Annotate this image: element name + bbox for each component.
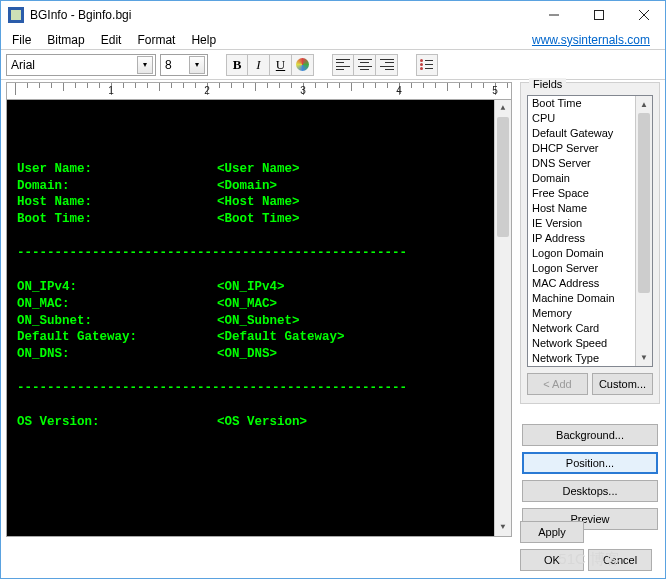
app-icon — [8, 7, 24, 23]
editor-row: Default Gateway:<Default Gateway> — [17, 329, 501, 346]
italic-button[interactable]: I — [248, 54, 270, 76]
fields-list-item[interactable]: Boot Time — [530, 96, 650, 111]
font-select-value: Arial — [11, 58, 35, 72]
fields-list-item[interactable]: Domain — [530, 171, 650, 186]
fields-list-item[interactable]: DNS Server — [530, 156, 650, 171]
field-label: Boot Time: — [17, 211, 217, 228]
align-left-icon — [336, 59, 350, 71]
minimize-button[interactable] — [531, 0, 576, 30]
editor-row: Host Name:<Host Name> — [17, 194, 501, 211]
custom-button[interactable]: Custom... — [592, 373, 653, 395]
side-buttons: Background... Position... Desktops... Pr… — [520, 418, 660, 530]
background-button[interactable]: Background... — [522, 424, 658, 446]
fields-list-item[interactable]: Machine Domain — [530, 291, 650, 306]
field-label: ON_Subnet: — [17, 313, 217, 330]
font-select[interactable]: Arial ▾ — [6, 54, 156, 76]
field-value: <ON_MAC> — [217, 296, 277, 313]
menu-bitmap[interactable]: Bitmap — [39, 31, 92, 49]
menu-format[interactable]: Format — [129, 31, 183, 49]
fields-list-item[interactable]: DHCP Server — [530, 141, 650, 156]
close-button[interactable] — [621, 0, 666, 30]
field-value: <OS Version> — [217, 414, 307, 431]
scroll-up-icon[interactable]: ▲ — [495, 100, 511, 117]
add-button[interactable]: < Add — [527, 373, 588, 395]
bullets-button[interactable] — [416, 54, 438, 76]
bold-button[interactable]: B — [226, 54, 248, 76]
scroll-down-icon[interactable]: ▼ — [636, 349, 652, 366]
editor-row: Boot Time:<Boot Time> — [17, 211, 501, 228]
fields-list-item[interactable]: Network Card — [530, 321, 650, 336]
fields-title: Fields — [529, 78, 566, 90]
palette-icon — [296, 58, 309, 71]
scroll-thumb[interactable] — [638, 113, 650, 293]
font-size-value: 8 — [165, 58, 172, 72]
editor-row: User Name:<User Name> — [17, 161, 501, 178]
field-label: Domain: — [17, 178, 217, 195]
editor-pane: 12345 User Name:<User Name>Domain:<Domai… — [6, 82, 512, 537]
divider-line: ----------------------------------------… — [17, 380, 501, 397]
field-value: <ON_Subnet> — [217, 313, 300, 330]
bullets-icon — [420, 59, 434, 71]
scroll-down-icon[interactable]: ▼ — [495, 519, 511, 536]
field-label: ON_DNS: — [17, 346, 217, 363]
apply-button[interactable]: Apply — [520, 521, 584, 543]
fields-list-item[interactable]: MAC Address — [530, 276, 650, 291]
sysinternals-link[interactable]: www.sysinternals.com — [532, 33, 662, 47]
fields-list-item[interactable]: Logon Server — [530, 261, 650, 276]
align-right-button[interactable] — [376, 54, 398, 76]
chevron-down-icon[interactable]: ▾ — [189, 56, 205, 74]
fields-list-item[interactable]: Network Speed — [530, 336, 650, 351]
editor-scrollbar[interactable]: ▲ ▼ — [494, 100, 511, 536]
position-button[interactable]: Position... — [522, 452, 658, 474]
desktops-button[interactable]: Desktops... — [522, 480, 658, 502]
font-size-select[interactable]: 8 ▾ — [160, 54, 208, 76]
horizontal-ruler: 12345 — [6, 82, 512, 100]
fields-list-item[interactable]: CPU — [530, 111, 650, 126]
fields-list-item[interactable]: Default Gateway — [530, 126, 650, 141]
menu-help[interactable]: Help — [183, 31, 224, 49]
title-bar: BGInfo - Bginfo.bgi — [0, 0, 666, 30]
field-value: <Domain> — [217, 178, 277, 195]
window-title: BGInfo - Bginfo.bgi — [30, 8, 131, 22]
editor-row: ON_DNS:<ON_DNS> — [17, 346, 501, 363]
field-value: <Host Name> — [217, 194, 300, 211]
fields-list-item[interactable]: IE Version — [530, 216, 650, 231]
editor-row: OS Version:<OS Version> — [17, 414, 501, 431]
fields-list-item[interactable]: Logon Domain — [530, 246, 650, 261]
chevron-down-icon[interactable]: ▾ — [137, 56, 153, 74]
menu-file[interactable]: File — [4, 31, 39, 49]
fields-list-item[interactable]: Free Space — [530, 186, 650, 201]
svg-rect-1 — [594, 10, 603, 19]
align-right-icon — [380, 59, 394, 71]
cancel-button[interactable]: Cancel — [588, 549, 652, 571]
field-label: Default Gateway: — [17, 329, 217, 346]
align-center-button[interactable] — [354, 54, 376, 76]
editor-row: Domain:<Domain> — [17, 178, 501, 195]
fields-listbox[interactable]: Boot TimeCPUDefault GatewayDHCP ServerDN… — [527, 95, 653, 367]
underline-button[interactable]: U — [270, 54, 292, 76]
fields-scrollbar[interactable]: ▲ ▼ — [635, 96, 652, 366]
main-area: 12345 User Name:<User Name>Domain:<Domai… — [6, 82, 660, 537]
scroll-thumb[interactable] — [497, 117, 509, 237]
ok-button[interactable]: OK — [520, 549, 584, 571]
field-label: Host Name: — [17, 194, 217, 211]
divider-line: ----------------------------------------… — [17, 245, 501, 262]
fields-list-item[interactable]: Host Name — [530, 201, 650, 216]
fields-list-item[interactable]: Memory — [530, 306, 650, 321]
template-editor[interactable]: User Name:<User Name>Domain:<Domain>Host… — [6, 100, 512, 537]
side-panel: Fields Boot TimeCPUDefault GatewayDHCP S… — [520, 82, 660, 537]
align-left-button[interactable] — [332, 54, 354, 76]
maximize-button[interactable] — [576, 0, 621, 30]
menu-edit[interactable]: Edit — [93, 31, 130, 49]
field-label: User Name: — [17, 161, 217, 178]
fields-list-item[interactable]: Network Type — [530, 351, 650, 366]
field-label: OS Version: — [17, 414, 217, 431]
field-value: <ON_IPv4> — [217, 279, 285, 296]
fields-list-item[interactable]: IP Address — [530, 231, 650, 246]
color-button[interactable] — [292, 54, 314, 76]
menu-bar: File Bitmap Edit Format Help www.sysinte… — [0, 30, 666, 50]
align-center-icon — [358, 59, 372, 71]
field-label: ON_IPv4: — [17, 279, 217, 296]
scroll-up-icon[interactable]: ▲ — [638, 96, 650, 113]
field-value: <ON_DNS> — [217, 346, 277, 363]
